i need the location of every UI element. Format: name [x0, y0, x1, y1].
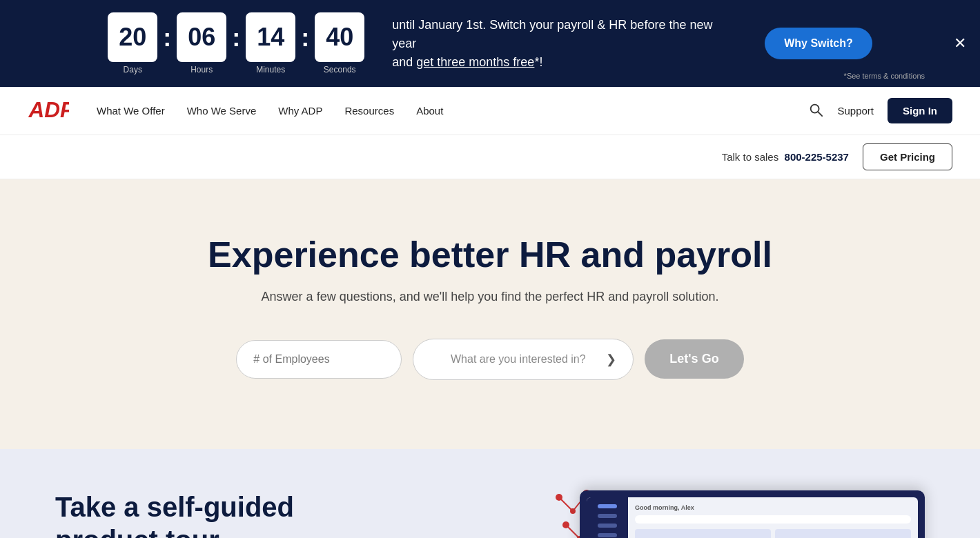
countdown-minutes: 14 Minutes	[246, 12, 295, 74]
hours-label: Hours	[190, 65, 213, 74]
separator-2: :	[232, 23, 240, 52]
countdown-seconds: 40 Seconds	[315, 12, 364, 74]
nav-links: What We Offer Who We Serve Why ADP Resou…	[97, 105, 808, 117]
banner-message-before: until January 1st. Switch your payroll &…	[392, 18, 712, 50]
lower-image-area: Good morning, Alex	[504, 490, 925, 538]
lower-text: Take a self-guided product tour	[55, 490, 476, 538]
dashboard-inner: Good morning, Alex	[587, 497, 918, 538]
adp-logo[interactable]: ADP	[28, 97, 69, 125]
hours-value: 06	[177, 12, 226, 62]
svg-line-12	[559, 497, 573, 511]
sign-in-button[interactable]: Sign In	[888, 98, 952, 123]
hero-section: Experience better HR and payroll Answer …	[0, 179, 980, 449]
dashboard-preview: Good morning, Alex	[580, 490, 925, 538]
close-icon: ✕	[954, 34, 966, 52]
days-value: 20	[108, 12, 157, 62]
banner-and: and	[392, 55, 413, 69]
phone-number[interactable]: 800-225-5237	[785, 151, 849, 163]
dashboard-greeting: Good morning, Alex	[635, 504, 911, 511]
announcement-banner: 20 Days : 06 Hours : 14 Minutes : 40 Sec…	[0, 0, 980, 87]
sidebar-item-3	[598, 533, 617, 537]
nav-item-why-adp[interactable]: Why ADP	[278, 105, 322, 117]
dashboard-search-bar	[635, 515, 911, 524]
nav-right-actions: Support Sign In	[808, 98, 952, 123]
nav-item-what-we-offer[interactable]: What We Offer	[97, 105, 165, 117]
chevron-down-icon: ❯	[606, 352, 616, 367]
countdown-timer: 20 Days : 06 Hours : 14 Minutes : 40 Sec…	[108, 12, 364, 74]
countdown-hours: 06 Hours	[177, 12, 226, 74]
lets-go-button[interactable]: Let's Go	[645, 339, 743, 379]
employees-input[interactable]	[236, 340, 402, 379]
countdown-days: 20 Days	[108, 12, 157, 74]
nav-item-resources[interactable]: Resources	[344, 105, 394, 117]
svg-line-2	[819, 112, 823, 116]
nav-item-about[interactable]: About	[416, 105, 443, 117]
minutes-value: 14	[246, 12, 295, 62]
seconds-label: Seconds	[324, 65, 356, 74]
lower-title: Take a self-guided product tour	[55, 490, 400, 538]
hero-title: Experience better HR and payroll	[28, 235, 952, 276]
dashboard-sidebar	[587, 497, 628, 538]
hero-subtitle: Answer a few questions, and we'll help y…	[28, 290, 952, 304]
sidebar-item-1	[598, 514, 617, 518]
sidebar-item-active	[598, 504, 617, 508]
seconds-value: 40	[315, 12, 364, 62]
search-icon[interactable]	[808, 102, 823, 120]
svg-line-14	[566, 525, 580, 538]
separator-1: :	[163, 23, 171, 52]
sidebar-item-2	[598, 524, 617, 528]
banner-free-offer-link[interactable]: get three months free	[416, 55, 534, 69]
minutes-label: Minutes	[256, 65, 285, 74]
banner-terms: *See terms & conditions	[844, 70, 925, 82]
days-label: Days	[124, 65, 142, 74]
hero-form: What are you interested in? ❯ Let's Go	[28, 339, 952, 380]
lower-section: Take a self-guided product tour	[0, 449, 980, 538]
why-switch-button[interactable]: Why Switch?	[765, 28, 872, 59]
separator-3: :	[301, 23, 309, 52]
sub-header: Talk to sales 800-225-5237 Get Pricing	[0, 135, 980, 179]
banner-suffix: *!	[534, 55, 542, 69]
close-banner-button[interactable]: ✕	[954, 36, 966, 51]
nav-item-who-we-serve[interactable]: Who We Serve	[187, 105, 257, 117]
svg-text:ADP: ADP	[28, 97, 70, 122]
main-navigation: ADP What We Offer Who We Serve Why ADP R…	[0, 87, 980, 135]
support-link[interactable]: Support	[837, 105, 874, 117]
interest-dropdown-label: What are you interested in?	[430, 353, 606, 366]
get-pricing-button[interactable]: Get Pricing	[863, 143, 952, 170]
interest-dropdown[interactable]: What are you interested in? ❯	[413, 339, 634, 380]
banner-message: until January 1st. Switch your payroll &…	[392, 16, 737, 72]
dashboard-main: Good morning, Alex	[628, 497, 918, 538]
talk-to-sales-label: Talk to sales 800-225-5237	[722, 151, 849, 163]
